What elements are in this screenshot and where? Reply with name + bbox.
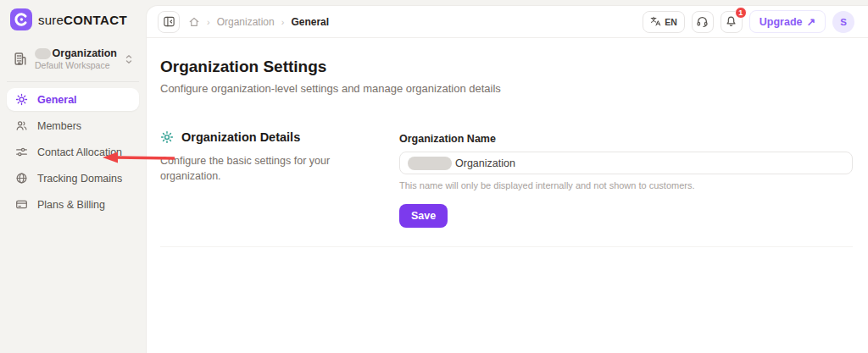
topbar: › Organization › General EN <box>147 6 868 38</box>
organization-name-label: Organization Name <box>399 133 496 145</box>
notification-badge: 1 <box>735 7 747 19</box>
upgrade-button[interactable]: Upgrade ↗ <box>749 10 826 33</box>
arrow-up-right-icon: ↗ <box>807 15 815 28</box>
sidebar-item-label: General <box>37 94 77 106</box>
brand-name-bold: CONTACT <box>64 13 127 27</box>
organization-name-input[interactable]: Organization <box>399 152 853 174</box>
topbar-actions: EN <box>643 10 854 33</box>
upgrade-label: Upgrade <box>760 16 803 28</box>
workspace-name-text: Organization <box>53 47 117 59</box>
building-icon <box>12 51 28 67</box>
chevron-right-icon: › <box>207 17 210 27</box>
breadcrumb-trail: › Organization › General <box>188 16 329 28</box>
language-button[interactable]: EN <box>643 11 685 33</box>
sidebar-item-contact-allocation[interactable]: Contact Allocation <box>7 141 139 163</box>
sidebar-item-label: Tracking Domains <box>37 173 122 185</box>
organization-name-form: Organization Name Organization This name… <box>399 130 853 228</box>
credit-card-icon <box>15 198 28 211</box>
workspace-name: Organization <box>35 47 117 59</box>
sidebar: sureCONTACT Organization Default Workspa… <box>0 0 146 353</box>
chevrons-up-down-icon <box>124 53 134 65</box>
home-icon[interactable] <box>188 16 200 28</box>
gear-icon <box>160 130 174 144</box>
surecontact-logo-icon <box>10 8 32 30</box>
organization-name-help: This name will only be displayed interna… <box>399 180 853 190</box>
organization-details-section: Organization Details Configure the basic… <box>160 130 853 228</box>
organization-name-value: Organization <box>455 157 515 169</box>
brand-logo: sureCONTACT <box>0 0 146 37</box>
page-title: Organization Settings <box>160 58 853 76</box>
main-card: › Organization › General EN <box>146 5 868 353</box>
section-intro: Organization Details Configure the basic… <box>160 130 399 228</box>
sidebar-item-members[interactable]: Members <box>7 114 139 137</box>
sidebar-item-label: Members <box>37 120 81 132</box>
support-button[interactable] <box>692 11 714 33</box>
breadcrumb: › Organization › General <box>158 11 329 33</box>
sidebar-divider <box>7 81 139 82</box>
sliders-icon <box>15 146 28 158</box>
page-subtitle: Configure organization-level settings an… <box>160 82 853 95</box>
breadcrumb-general: General <box>291 16 329 28</box>
section-title: Organization Details <box>181 130 300 144</box>
sidebar-item-plans-billing[interactable]: Plans & Billing <box>7 193 139 216</box>
panel-left-icon <box>163 15 175 28</box>
save-button[interactable]: Save <box>399 204 448 228</box>
main-area: › Organization › General EN <box>146 0 868 353</box>
workspace-subtitle: Default Workspace <box>35 60 117 70</box>
brand-name: sureCONTACT <box>38 13 127 27</box>
workspace-info: Organization Default Workspace <box>35 47 117 70</box>
sidebar-item-tracking-domains[interactable]: Tracking Domains <box>7 167 139 190</box>
avatar[interactable]: S <box>832 11 854 33</box>
bell-icon <box>725 15 737 28</box>
redacted-name-prefix <box>408 157 452 170</box>
gear-icon <box>15 93 28 106</box>
section-title-row: Organization Details <box>160 130 379 144</box>
sidebar-menu: General Members <box>0 88 146 216</box>
redacted-workspace-prefix <box>35 48 51 59</box>
notifications-button[interactable]: 1 <box>721 11 743 33</box>
brand-name-light: sure <box>38 13 64 27</box>
section-divider <box>160 246 853 247</box>
language-label: EN <box>665 17 677 27</box>
globe-icon <box>15 172 28 185</box>
sidebar-item-general[interactable]: General <box>7 88 139 111</box>
chevron-right-icon: › <box>281 17 285 27</box>
workspace-switcher[interactable]: Organization Default Workspace <box>7 44 139 74</box>
breadcrumb-organization[interactable]: Organization <box>217 16 275 28</box>
section-description: Configure the basic settings for your or… <box>160 154 379 184</box>
headset-icon <box>696 15 709 28</box>
members-icon <box>15 119 28 132</box>
sidebar-item-label: Contact Allocation <box>37 146 122 158</box>
sidebar-item-label: Plans & Billing <box>37 199 105 211</box>
app-root: sureCONTACT Organization Default Workspa… <box>0 0 868 353</box>
page-content: Organization Settings Configure organiza… <box>147 38 868 247</box>
translate-icon <box>650 16 661 27</box>
sidebar-toggle-button[interactable] <box>158 11 180 33</box>
avatar-initial: S <box>840 17 847 27</box>
